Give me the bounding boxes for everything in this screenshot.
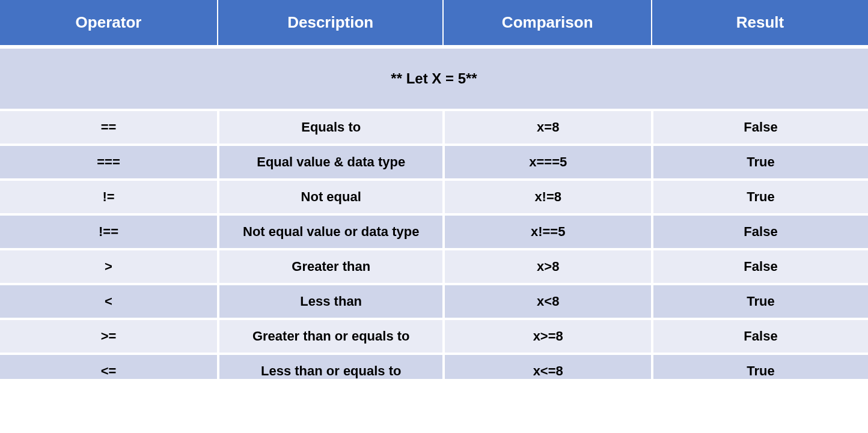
cell-description: Not equal <box>217 181 442 216</box>
banner-text: ** Let X = 5** <box>0 49 868 111</box>
table-row: !== Not equal value or data type x!==5 F… <box>0 216 868 250</box>
table-row: === Equal value & data type x===5 True <box>0 146 868 181</box>
cell-operator: < <box>0 285 217 320</box>
cell-description: Less than or equals to <box>217 355 442 379</box>
cell-operator: === <box>0 146 217 181</box>
cell-comparison: x===5 <box>442 146 651 181</box>
cell-comparison: x>=8 <box>442 320 651 355</box>
cell-comparison: x>8 <box>442 250 651 285</box>
table-row: >= Greater than or equals to x>=8 False <box>0 320 868 355</box>
cell-comparison: x=8 <box>442 111 651 146</box>
cell-comparison: x<=8 <box>442 355 651 379</box>
cell-result: False <box>651 320 868 355</box>
cell-description: Not equal value or data type <box>217 216 442 250</box>
col-header-comparison: Comparison <box>442 0 651 49</box>
cell-result: False <box>651 111 868 146</box>
comparison-operators-table: Operator Description Comparison Result *… <box>0 0 868 379</box>
table-row: == Equals to x=8 False <box>0 111 868 146</box>
cell-operator: == <box>0 111 217 146</box>
cell-comparison: x!=8 <box>442 181 651 216</box>
col-header-result: Result <box>651 0 868 49</box>
cell-comparison: x!==5 <box>442 216 651 250</box>
cell-comparison: x<8 <box>442 285 651 320</box>
cell-result: True <box>651 146 868 181</box>
cell-operator: != <box>0 181 217 216</box>
table-row: <= Less than or equals to x<=8 True <box>0 355 868 379</box>
table-row: < Less than x<8 True <box>0 285 868 320</box>
cell-operator: >= <box>0 320 217 355</box>
cell-result: True <box>651 285 868 320</box>
cell-result: True <box>651 181 868 216</box>
cell-operator: > <box>0 250 217 285</box>
cell-description: Greater than or equals to <box>217 320 442 355</box>
col-header-description: Description <box>217 0 442 49</box>
cell-description: Equal value & data type <box>217 146 442 181</box>
cell-operator: <= <box>0 355 217 379</box>
cell-description: Greater than <box>217 250 442 285</box>
cell-result: False <box>651 216 868 250</box>
cell-description: Less than <box>217 285 442 320</box>
table-row: > Greater than x>8 False <box>0 250 868 285</box>
table-header-row: Operator Description Comparison Result <box>0 0 868 49</box>
cell-description: Equals to <box>217 111 442 146</box>
cell-result: True <box>651 355 868 379</box>
cell-operator: !== <box>0 216 217 250</box>
banner-row: ** Let X = 5** <box>0 49 868 111</box>
cell-result: False <box>651 250 868 285</box>
col-header-operator: Operator <box>0 0 217 49</box>
table-row: != Not equal x!=8 True <box>0 181 868 216</box>
